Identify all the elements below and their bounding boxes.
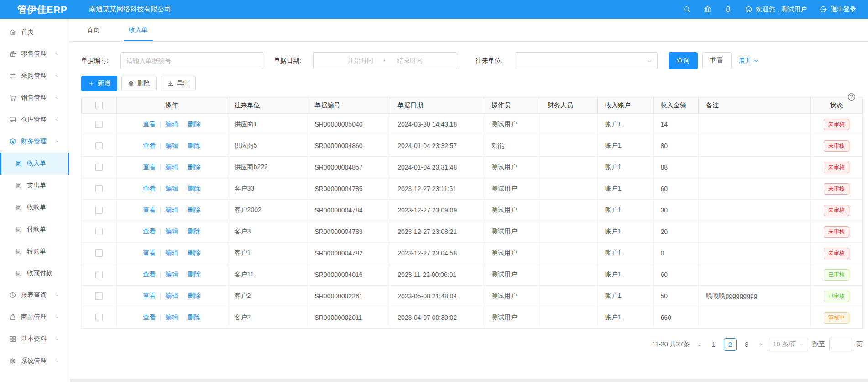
reset-button[interactable]: 重置	[702, 52, 732, 69]
delete-link[interactable]: 删除	[188, 206, 200, 214]
delete-link[interactable]: 删除	[188, 249, 200, 257]
search-icon[interactable]	[683, 5, 691, 13]
sidebar-item-transfer-bill[interactable]: 转账单	[0, 240, 69, 262]
page-size-select[interactable]: 10 条/页	[769, 338, 808, 351]
view-link[interactable]: 查看	[143, 142, 156, 150]
tab-income-bill[interactable]: 收入单	[129, 26, 148, 41]
chevron-down-icon	[753, 58, 759, 64]
sidebar-item-system[interactable]: 系统管理	[0, 350, 69, 372]
horizontal-scrollbar[interactable]	[70, 379, 868, 382]
sidebar-item-advance-receipt[interactable]: 收预付款	[0, 262, 69, 284]
bell-icon[interactable]	[724, 5, 732, 13]
logout-button[interactable]: 退出登录	[820, 5, 856, 14]
row-checkbox[interactable]	[95, 207, 103, 214]
sidebar-item-home[interactable]: 首页	[0, 21, 69, 43]
cell-amount: 660	[654, 307, 699, 328]
page-button-2[interactable]: 2	[724, 338, 737, 351]
download-icon	[167, 80, 173, 87]
bill-no-input[interactable]	[120, 52, 263, 69]
sidebar-item-payment-bill[interactable]: 付款单	[0, 218, 69, 240]
view-link[interactable]: 查看	[143, 163, 156, 171]
view-link[interactable]: 查看	[143, 292, 156, 300]
add-button[interactable]: 新增	[81, 76, 117, 91]
jump-input[interactable]	[829, 338, 852, 351]
row-checkbox[interactable]	[95, 314, 103, 321]
export-button[interactable]: 导出	[161, 76, 196, 91]
sidebar-item-receipt-bill[interactable]: 收款单	[0, 196, 69, 218]
page-button-1[interactable]: 1	[707, 338, 720, 351]
sidebar-item-sales[interactable]: 销售管理	[0, 87, 69, 109]
column-header: 单据编号	[307, 97, 390, 113]
delete-link[interactable]: 删除	[188, 185, 200, 193]
delete-link[interactable]: 删除	[188, 120, 200, 128]
view-link[interactable]: 查看	[143, 206, 156, 214]
edit-link[interactable]: 编辑	[165, 142, 178, 150]
page-button-3[interactable]: 3	[740, 338, 753, 351]
help-icon[interactable]	[847, 92, 856, 101]
sidebar-item-finance[interactable]: 财务管理	[0, 131, 69, 153]
cell-bill_no: SR00000004783	[307, 221, 390, 242]
toolbar: 新增 删除 导出	[81, 76, 857, 91]
row-checkbox[interactable]	[95, 142, 103, 149]
view-link[interactable]: 查看	[143, 249, 156, 257]
row-checkbox[interactable]	[95, 228, 103, 235]
edit-link[interactable]: 编辑	[165, 163, 178, 171]
view-link[interactable]: 查看	[143, 185, 156, 193]
sidebar-item-retail[interactable]: 零售管理	[0, 43, 69, 65]
sidebar-item-goods[interactable]: 商品管理	[0, 306, 69, 328]
edit-link[interactable]: 编辑	[165, 292, 178, 300]
sidebar-item-expense-bill[interactable]: 支出单	[0, 175, 69, 196]
bank-icon[interactable]	[704, 5, 711, 13]
edit-link[interactable]: 编辑	[165, 249, 178, 257]
cell-account: 账户1	[598, 135, 654, 156]
date-range-picker[interactable]: 开始时间 ~ 结束时间	[313, 52, 457, 69]
partner-select[interactable]	[515, 52, 658, 69]
delete-link[interactable]: 删除	[188, 292, 200, 300]
sidebar-item-basic-data[interactable]: 基本资料	[0, 328, 69, 350]
tab-home[interactable]: 首页	[87, 26, 99, 41]
row-checkbox[interactable]	[95, 164, 103, 171]
cell-partner: 供应商1	[227, 114, 308, 135]
cell-status: 未审核	[811, 114, 862, 135]
edit-link[interactable]: 编辑	[165, 120, 178, 128]
doc-icon	[15, 270, 22, 277]
next-page-button[interactable]	[757, 342, 765, 348]
sidebar-item-warehouse[interactable]: 仓库管理	[0, 109, 69, 131]
edit-link[interactable]: 编辑	[165, 271, 178, 279]
search-button[interactable]: 查询	[669, 52, 698, 69]
delete-link[interactable]: 删除	[188, 142, 200, 150]
cell-date: 2024-01-04 23:31:48	[390, 157, 484, 178]
delete-link[interactable]: 删除	[188, 228, 200, 236]
sidebar-item-label: 支出单	[27, 181, 46, 190]
edit-link[interactable]: 编辑	[165, 313, 178, 322]
row-checkbox[interactable]	[95, 271, 103, 278]
delete-link[interactable]: 删除	[188, 313, 200, 322]
prev-page-button[interactable]	[695, 342, 703, 348]
row-checkbox[interactable]	[95, 249, 103, 257]
sidebar-item-income-bill[interactable]: 收入单	[0, 153, 69, 175]
view-link[interactable]: 查看	[143, 313, 156, 322]
row-checkbox[interactable]	[95, 292, 103, 300]
row-checkbox[interactable]	[95, 121, 103, 128]
select-all-checkbox[interactable]	[95, 102, 103, 109]
edit-link[interactable]: 编辑	[165, 185, 178, 193]
edit-link[interactable]: 编辑	[165, 206, 178, 214]
table-row: 查看编辑删除客户33SR000000047852023-12-27 23:11:…	[81, 178, 863, 200]
sidebar-item-purchase[interactable]: 采购管理	[0, 65, 69, 87]
view-link[interactable]: 查看	[143, 228, 156, 236]
delete-link[interactable]: 删除	[188, 271, 200, 279]
view-link[interactable]: 查看	[143, 120, 156, 128]
cell-amount: 30	[654, 200, 699, 221]
edit-link[interactable]: 编辑	[165, 228, 178, 236]
expand-link[interactable]: 展开	[739, 57, 759, 65]
cell-operator: 测试用户	[484, 286, 540, 307]
user-welcome[interactable]: 欢迎您，测试用户	[745, 5, 807, 14]
row-actions: 查看编辑删除	[117, 264, 227, 285]
delete-button[interactable]: 删除	[121, 76, 157, 91]
delete-link[interactable]: 删除	[188, 163, 200, 171]
sidebar-item-reports[interactable]: 报表查询	[0, 284, 69, 306]
row-checkbox[interactable]	[95, 185, 103, 192]
cell-operator: 测试用户	[484, 307, 540, 328]
cell-amount: 60	[654, 264, 699, 285]
view-link[interactable]: 查看	[143, 271, 156, 279]
